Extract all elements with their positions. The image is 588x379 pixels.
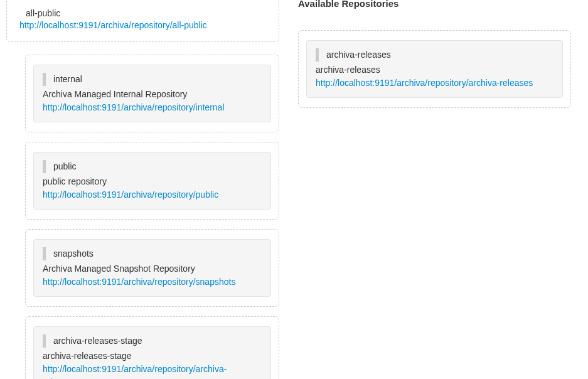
repo-url-link[interactable]: http://localhost:9191/archiva/repository…	[316, 78, 533, 88]
available-heading: Available Repositories	[298, 0, 571, 9]
repo-url-link[interactable]: http://localhost:9191/archiva/repository…	[43, 364, 227, 379]
repo-desc: archiva-releases-stage	[43, 350, 262, 363]
repo-id: archiva-releases-stage	[43, 334, 262, 348]
repo-desc: Archiva Managed Internal Repository	[43, 88, 262, 101]
repo-card[interactable]: internal Archiva Managed Internal Reposi…	[25, 55, 279, 132]
repo-id: internal	[43, 73, 262, 86]
repo-well: archiva-releases archiva-releases http:/…	[306, 40, 563, 98]
repo-desc: public repository	[43, 175, 262, 188]
repo-card[interactable]: archiva-releases-stage archiva-releases-…	[25, 316, 279, 379]
repo-url-link[interactable]: http://localhost:9191/archiva/repository…	[19, 20, 207, 30]
repo-card[interactable]: public public repository http://localhos…	[25, 142, 279, 220]
repository-columns: all-public http://localhost:9191/archiva…	[0, 0, 577, 379]
repo-id: public	[43, 160, 262, 173]
repo-url-link[interactable]: http://localhost:9191/archiva/repository…	[43, 102, 225, 112]
repo-url-link[interactable]: http://localhost:9191/archiva/repository…	[43, 277, 235, 287]
repo-well: internal Archiva Managed Internal Reposi…	[33, 65, 271, 122]
repo-well: snapshots Archiva Managed Snapshot Repos…	[33, 239, 271, 297]
repo-id: all-public	[26, 8, 266, 18]
repo-well: archiva-releases-stage archiva-releases-…	[33, 326, 271, 379]
repo-card-main[interactable]: all-public http://localhost:9191/archiva…	[6, 0, 279, 42]
assigned-column: all-public http://localhost:9191/archiva…	[6, 0, 279, 379]
repo-desc: Archiva Managed Snapshot Repository	[43, 262, 262, 275]
available-column: Available Repositories archiva-releases …	[298, 0, 571, 379]
repo-desc: archiva-releases	[316, 63, 553, 77]
repo-url-link[interactable]: http://localhost:9191/archiva/repository…	[43, 190, 218, 200]
repo-id: snapshots	[43, 247, 262, 260]
repo-card[interactable]: snapshots Archiva Managed Snapshot Repos…	[25, 229, 279, 307]
repo-well: public public repository http://localhos…	[33, 152, 271, 210]
repo-card[interactable]: archiva-releases archiva-releases http:/…	[298, 30, 571, 108]
repo-id: archiva-releases	[316, 48, 553, 61]
